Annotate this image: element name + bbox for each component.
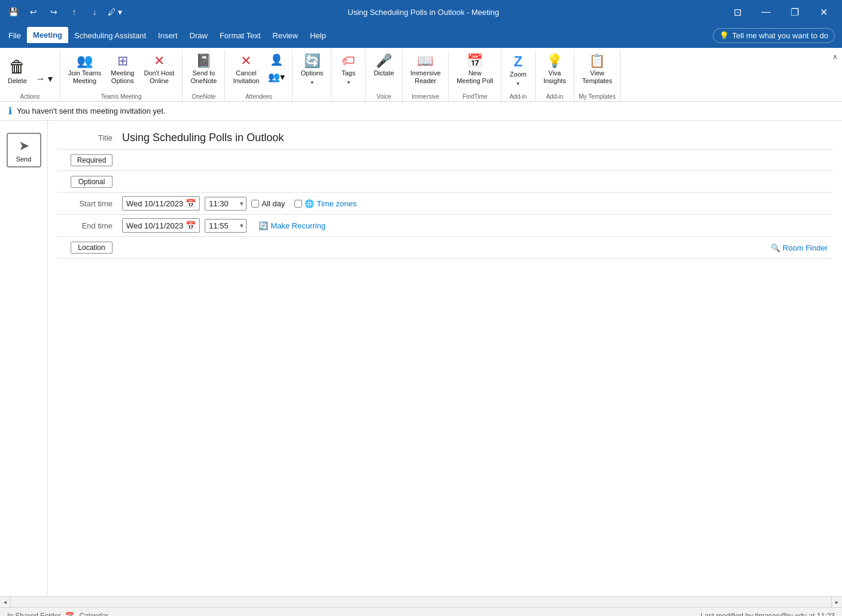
message-body-editor[interactable]	[57, 259, 832, 590]
restore-button[interactable]: ❐	[781, 0, 808, 24]
end-time-row: End time Wed 10/11/2023 📅 11:55 12:00 12…	[57, 215, 832, 237]
tags-label: Tags	[342, 69, 355, 77]
notification-bar: ℹ You haven't sent this meeting invitati…	[0, 102, 842, 121]
viva-insights-button[interactable]: 💡 VivaInsights	[539, 51, 570, 88]
calendar-status-label: Calendar	[79, 612, 108, 617]
delete-label: Delete	[8, 77, 27, 84]
new-meeting-poll-button[interactable]: 📅 NewMeeting Poll	[452, 51, 497, 88]
menu-file[interactable]: File	[2, 28, 27, 44]
redo-button[interactable]: ↪	[45, 4, 62, 20]
zoom-button[interactable]: Z Zoom ▾	[505, 51, 531, 90]
attendees-label: Attendees	[229, 92, 288, 101]
voice-label: Voice	[369, 92, 398, 101]
start-time-wrapper: 11:30 11:45 12:00 12:15	[205, 197, 247, 211]
tags-button[interactable]: 🏷 Tags ▾	[335, 51, 361, 89]
cancel-invitation-button[interactable]: ✕ CancelInvitation	[229, 51, 263, 88]
new-meeting-poll-label: NewMeeting Poll	[457, 69, 493, 85]
options-items: 🔄 Options ▾	[296, 51, 327, 97]
menu-bar: File Meeting Scheduling Assistant Insert…	[0, 24, 842, 48]
menu-review[interactable]: Review	[266, 28, 304, 44]
menu-insert[interactable]: Insert	[152, 28, 184, 44]
scroll-right-button[interactable]: ▸	[831, 597, 842, 608]
end-time-wrapper: 11:55 12:00 12:15 12:30	[205, 219, 247, 233]
ribbon-group-voice: 🎤 Dictate Voice	[366, 50, 402, 101]
send-onenote-label: Send toOneNote	[190, 69, 217, 85]
immersive-reader-button[interactable]: 📖 ImmersiveReader	[406, 51, 445, 88]
actions-items: 🗑 Delete → ▾	[4, 51, 56, 91]
zoom-label: Zoom	[510, 71, 527, 78]
close-button[interactable]: ✕	[810, 0, 837, 24]
send-button[interactable]: ➤ Send	[7, 133, 41, 167]
menu-meeting[interactable]: Meeting	[27, 27, 68, 45]
shared-folder-label: In Shared Folder	[7, 612, 60, 617]
meeting-options-button[interactable]: ⊞ MeetingOptions	[107, 51, 138, 88]
zoom-group-label: Add-in	[505, 92, 531, 101]
end-date-picker[interactable]: Wed 10/11/2023 📅	[122, 218, 200, 233]
send-icon: ➤	[19, 138, 29, 154]
immersive-label: Immersive	[406, 92, 445, 101]
dont-host-button[interactable]: ✕ Don't HostOnline	[139, 51, 178, 88]
optional-button[interactable]: Optional	[71, 176, 113, 188]
save-qat-button[interactable]: 💾	[5, 4, 22, 20]
required-button[interactable]: Required	[71, 154, 113, 166]
cancel-invitation-icon: ✕	[241, 54, 251, 68]
timezones-link[interactable]: 🌐 Time zones	[305, 199, 357, 208]
collapse-ribbon-button[interactable]: ⊡	[724, 0, 751, 24]
menu-help[interactable]: Help	[304, 28, 332, 44]
meeting-options-label: MeetingOptions	[111, 69, 134, 85]
move-down-button[interactable]: ↓	[86, 4, 103, 20]
notification-message: You haven't sent this meeting invitation…	[17, 106, 165, 115]
last-modified-text: Last modified by tlmason@iu.edu at 11:23	[701, 612, 835, 617]
location-button[interactable]: Location	[71, 242, 113, 254]
collapse-ribbon-arrow[interactable]: ∧	[832, 50, 842, 101]
teams-join-icon: 👥	[77, 54, 93, 68]
timezones-checkbox[interactable]	[294, 200, 302, 208]
dictate-label: Dictate	[373, 69, 394, 77]
title-label-cell: Title	[57, 127, 117, 149]
customize-qat-button[interactable]: 🖊 ▾	[107, 4, 123, 20]
templates-items: 📋 ViewTemplates	[578, 51, 616, 91]
attendees-mid-button[interactable]: 👥▾	[265, 69, 288, 84]
end-time-select[interactable]: 11:55 12:00 12:15 12:30	[205, 219, 247, 233]
attendees-items: ✕ CancelInvitation 👤 👥▾	[229, 51, 288, 91]
poll-icon: 📅	[467, 54, 483, 68]
start-time-select[interactable]: 11:30 11:45 12:00 12:15	[205, 197, 247, 211]
horizontal-scrollbar[interactable]: ◂ ▸	[0, 596, 842, 607]
allday-checkbox-label[interactable]: All day	[251, 199, 285, 208]
location-input[interactable]	[117, 239, 766, 256]
menu-scheduling[interactable]: Scheduling Assistant	[68, 28, 152, 44]
scroll-track[interactable]	[11, 597, 831, 607]
send-onenote-button[interactable]: 📓 Send toOneNote	[186, 51, 221, 88]
options-button[interactable]: 🔄 Options ▾	[296, 51, 327, 89]
room-finder-button[interactable]: 🔍 Room Finder	[766, 241, 832, 255]
forward-arrow-button[interactable]: → ▾	[32, 71, 56, 86]
delete-button[interactable]: 🗑 Delete	[4, 51, 31, 91]
attendees-top-button[interactable]: 👤	[265, 51, 288, 68]
actions-label: Actions	[4, 92, 56, 101]
required-input[interactable]	[117, 150, 832, 170]
dictate-button[interactable]: 🎤 Dictate	[369, 51, 398, 80]
allday-checkbox[interactable]	[251, 200, 259, 208]
room-finder-label: Room Finder	[783, 243, 828, 252]
undo-button[interactable]: ↩	[25, 4, 42, 20]
timezones-checkbox-label[interactable]: 🌐 Time zones	[294, 199, 357, 208]
join-teams-button[interactable]: 👥 Join TeamsMeeting	[64, 51, 105, 88]
menu-format-text[interactable]: Format Text	[214, 28, 266, 44]
make-recurring-button[interactable]: 🔄 Make Recurring	[259, 221, 326, 230]
minimize-button[interactable]: —	[752, 0, 780, 24]
optional-input[interactable]	[117, 171, 832, 192]
optional-label-cell: Optional	[57, 171, 117, 192]
form-area: Title Required Optional Start time Wed 1…	[48, 121, 842, 596]
menu-draw[interactable]: Draw	[184, 28, 214, 44]
message-body-area[interactable]	[57, 259, 832, 590]
zoom-icon: Z	[514, 54, 523, 69]
info-icon: ℹ	[8, 105, 12, 117]
view-templates-button[interactable]: 📋 ViewTemplates	[578, 51, 616, 88]
move-up-button[interactable]: ↑	[66, 4, 83, 20]
start-date-picker[interactable]: Wed 10/11/2023 📅	[122, 196, 200, 211]
ribbon-group-templates: 📋 ViewTemplates My Templates	[574, 50, 621, 101]
title-input[interactable]	[117, 127, 832, 149]
tell-me-box[interactable]: 💡 Tell me what you want to do	[713, 28, 835, 43]
ribbon-group-actions: 🗑 Delete → ▾ Actions	[0, 50, 60, 101]
scroll-left-button[interactable]: ◂	[0, 597, 11, 608]
